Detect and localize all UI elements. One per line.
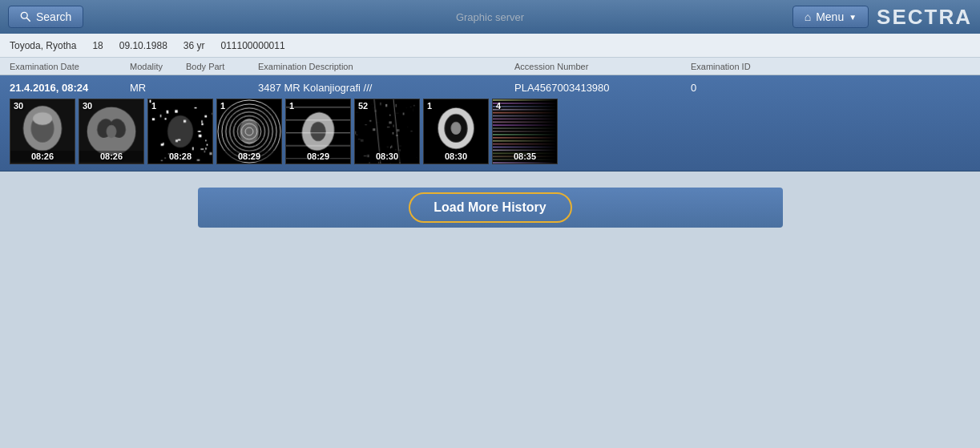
toolbar-right: ⌂ Menu ▼ SECTRA	[792, 5, 972, 30]
col-exam-desc: Examination Description	[258, 62, 514, 71]
thumbnail-item-1[interactable]: 3008:26	[79, 99, 144, 164]
sectra-logo: SECTRA	[877, 5, 972, 30]
chevron-down-icon: ▼	[849, 13, 857, 22]
toolbar: Search Graphic server ⌂ Menu ▼ SECTRA	[0, 0, 980, 34]
app-title: Graphic server	[456, 11, 524, 23]
menu-button[interactable]: ⌂ Menu ▼	[792, 6, 869, 28]
col-exam-date: Examination Date	[10, 62, 130, 71]
svg-line-1	[26, 18, 30, 21]
load-more-section: Load More History	[198, 188, 783, 228]
search-icon	[20, 11, 31, 22]
thumbnail-count-0: 30	[14, 101, 23, 111]
thumbnail-item-5[interactable]: 5208:30	[354, 99, 420, 164]
col-modality: Modality	[130, 62, 186, 71]
patient-info-bar: Toyoda, Ryotha 18 09.10.1988 36 yr 01110…	[0, 34, 980, 58]
load-more-label: Load More History	[434, 200, 546, 215]
patient-id: 18	[92, 40, 103, 51]
thumbnail-time-0: 08:26	[10, 151, 75, 162]
exam-accession: PLA4567003413980	[514, 82, 691, 94]
exam-modality: MR	[130, 82, 186, 94]
thumbnail-count-4: 1	[289, 101, 294, 111]
load-more-button[interactable]: Load More History	[198, 188, 783, 228]
menu-label: Menu	[816, 10, 844, 23]
exam-header: 21.4.2016, 08:24 MR 3487 MR Kolanjiograf…	[10, 82, 970, 94]
home-icon: ⌂	[805, 10, 811, 23]
main-content: 21.4.2016, 08:24 MR 3487 MR Kolanjiograf…	[0, 75, 980, 448]
column-headers: Examination Date Modality Body Part Exam…	[0, 58, 980, 75]
thumbnail-time-2: 08:28	[148, 151, 212, 162]
patient-dob: 09.10.1988	[119, 40, 167, 51]
thumbnails-row: 3008:263008:26108:28108:29108:295208:301…	[10, 99, 970, 164]
thumbnail-count-2: 1	[151, 101, 156, 111]
thumbnail-time-3: 08:29	[217, 151, 281, 162]
thumbnail-count-3: 1	[220, 101, 225, 111]
thumbnail-time-7: 08:35	[493, 151, 557, 162]
thumbnail-item-2[interactable]: 108:28	[147, 99, 213, 164]
col-accession: Accession Number	[514, 62, 691, 71]
exam-row: 21.4.2016, 08:24 MR 3487 MR Kolanjiograf…	[0, 75, 980, 172]
thumbnail-item-7[interactable]: 408:35	[492, 99, 558, 164]
search-button[interactable]: Search	[8, 6, 83, 28]
col-exam-id: Examination ID	[691, 62, 787, 71]
col-body-part: Body Part	[186, 62, 258, 71]
thumbnail-item-0[interactable]: 3008:26	[10, 99, 75, 164]
thumbnail-time-5: 08:30	[355, 151, 419, 162]
thumbnail-count-1: 30	[83, 101, 92, 111]
thumbnail-item-3[interactable]: 108:29	[216, 99, 282, 164]
thumbnail-time-1: 08:26	[79, 151, 143, 162]
thumbnail-count-6: 1	[427, 101, 432, 111]
patient-name: Toyoda, Ryotha	[10, 40, 76, 51]
exam-date: 21.4.2016, 08:24	[10, 82, 130, 94]
thumbnail-time-6: 08:30	[424, 151, 488, 162]
patient-age: 36 yr	[183, 40, 205, 51]
search-label: Search	[36, 10, 71, 23]
exam-description: 3487 MR Kolanjiografi ///	[258, 82, 514, 94]
thumbnail-item-4[interactable]: 108:29	[285, 99, 351, 164]
thumbnail-item-6[interactable]: 108:30	[423, 99, 489, 164]
thumbnail-time-4: 08:29	[286, 151, 350, 162]
thumbnail-count-5: 52	[358, 101, 368, 111]
exam-id: 0	[691, 82, 696, 94]
patient-accession-extra: 011100000011	[221, 40, 285, 51]
thumbnail-count-7: 4	[496, 101, 501, 111]
